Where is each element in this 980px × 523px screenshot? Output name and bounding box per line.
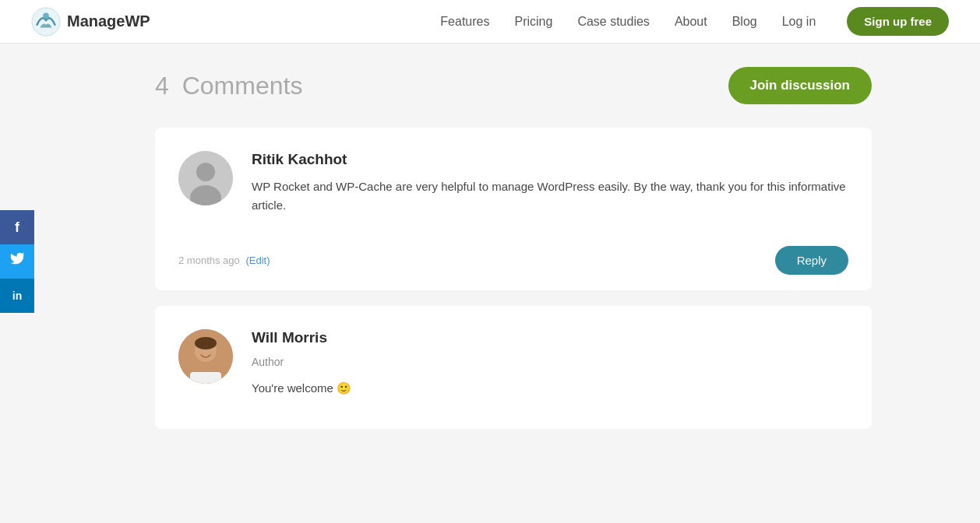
svg-point-7 bbox=[195, 337, 217, 349]
comment-inner: Ritik Kachhot WP Rocket and WP-Cache are… bbox=[178, 151, 848, 230]
nav-case-studies[interactable]: Case studies bbox=[577, 15, 650, 29]
logo[interactable]: ManageWP bbox=[31, 7, 150, 37]
commenter-name: Ritik Kachhot bbox=[252, 151, 848, 168]
linkedin-share-button[interactable]: in bbox=[0, 279, 34, 313]
comment-footer: 2 months ago (Edit) Reply bbox=[178, 246, 848, 275]
twitter-share-button[interactable] bbox=[0, 244, 34, 279]
comment-body: Ritik Kachhot WP Rocket and WP-Cache are… bbox=[252, 151, 848, 230]
social-sidebar: f in bbox=[0, 210, 34, 313]
comment-text: You're welcome 🙂 bbox=[252, 379, 848, 398]
nav-about[interactable]: About bbox=[675, 15, 707, 29]
comment-meta: 2 months ago (Edit) bbox=[178, 254, 270, 266]
logo-text: ManageWP bbox=[67, 12, 150, 30]
twitter-icon bbox=[9, 252, 25, 272]
nav-login[interactable]: Log in bbox=[782, 15, 816, 29]
main-nav: Features Pricing Case studies About Blog… bbox=[440, 7, 949, 36]
comment-inner: Will Morris Author You're welcome 🙂 bbox=[178, 329, 848, 413]
svg-point-1 bbox=[43, 12, 49, 19]
comment-body: Will Morris Author You're welcome 🙂 bbox=[252, 329, 848, 413]
comment-card: Ritik Kachhot WP Rocket and WP-Cache are… bbox=[155, 128, 872, 290]
commenter-name: Will Morris bbox=[252, 329, 848, 346]
reply-button[interactable]: Reply bbox=[775, 246, 848, 275]
svg-rect-8 bbox=[190, 372, 221, 384]
site-header: ManageWP Features Pricing Case studies A… bbox=[0, 0, 980, 44]
avatar bbox=[178, 329, 233, 384]
main-content: 4 Comments Join discussion Ritik Kachhot… bbox=[62, 44, 918, 491]
logo-icon bbox=[31, 7, 61, 37]
linkedin-icon: in bbox=[12, 290, 22, 302]
comments-label: Comments bbox=[182, 72, 303, 100]
nav-features[interactable]: Features bbox=[440, 15, 489, 29]
avatar bbox=[178, 151, 233, 205]
comment-text: WP Rocket and WP-Cache are very helpful … bbox=[252, 177, 848, 215]
edit-link[interactable]: (Edit) bbox=[245, 254, 270, 266]
signup-button[interactable]: Sign up free bbox=[847, 7, 949, 36]
facebook-share-button[interactable]: f bbox=[0, 210, 34, 244]
comments-header: 4 Comments Join discussion bbox=[155, 67, 872, 104]
join-discussion-button[interactable]: Join discussion bbox=[728, 67, 872, 104]
comments-count: 4 bbox=[155, 72, 169, 100]
facebook-icon: f bbox=[15, 219, 19, 236]
nav-pricing[interactable]: Pricing bbox=[514, 15, 552, 29]
comments-title: 4 Comments bbox=[155, 72, 302, 100]
nav-blog[interactable]: Blog bbox=[732, 15, 757, 29]
commenter-role: Author bbox=[252, 356, 848, 368]
comment-card: Will Morris Author You're welcome 🙂 bbox=[155, 306, 872, 429]
comment-timestamp: 2 months ago bbox=[178, 254, 240, 266]
svg-point-3 bbox=[196, 163, 215, 181]
